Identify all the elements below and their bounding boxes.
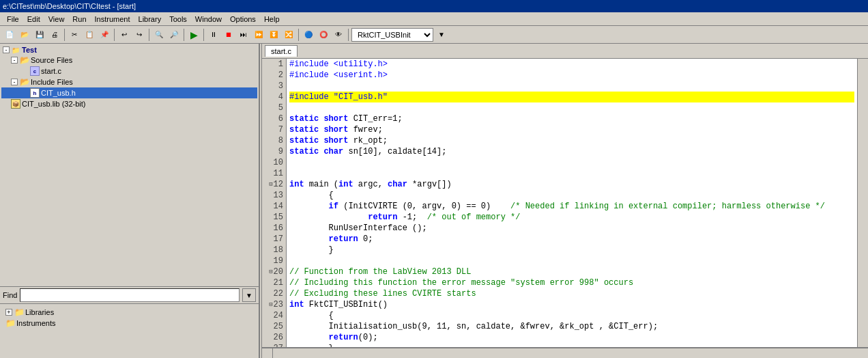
undo-button[interactable]: ↩: [117, 28, 131, 42]
code-line-12: int main (int argc, char *argv[]): [289, 179, 854, 190]
step-btn[interactable]: ⏭: [237, 28, 250, 42]
code-line-26: return(0);: [289, 332, 854, 343]
menu-help[interactable]: Help: [260, 14, 284, 25]
sep7: [348, 29, 349, 41]
code-line-20: // Function from the LabView 2013 DLL: [289, 266, 854, 277]
menu-edit[interactable]: Edit: [23, 14, 44, 25]
menu-instrument[interactable]: Instrument: [91, 14, 134, 25]
tree-source-files[interactable]: - Source Files: [1, 55, 257, 66]
bp2-btn[interactable]: ⭕: [317, 28, 330, 42]
bottom-tree: + Libraries Instruments: [3, 305, 256, 330]
ln-21: 21: [265, 277, 283, 288]
ln-13: 13: [265, 190, 283, 201]
ln-3: 3: [265, 81, 283, 92]
open-button[interactable]: 📂: [18, 28, 31, 42]
instruments-label: Instruments: [16, 319, 55, 327]
code-line-6: static short CIT_err=1;: [289, 113, 854, 124]
menu-library[interactable]: Library: [134, 14, 166, 25]
left-bottom: + Libraries Instruments: [0, 303, 259, 358]
tab-start-c[interactable]: start.c: [265, 45, 298, 57]
file-lib-icon: 📦: [11, 99, 20, 109]
source-folder-icon: [20, 55, 29, 65]
ln-18: 18: [265, 245, 283, 256]
watch-btn[interactable]: 👁: [332, 28, 345, 42]
ln-24: 24: [265, 310, 283, 321]
find-input[interactable]: [20, 288, 240, 302]
ln-11: 11: [265, 168, 283, 179]
code-line-22: // Excluding these lines CVIRTE starts: [289, 288, 854, 299]
tree-libraries[interactable]: + Libraries: [4, 307, 255, 318]
find-options-btn[interactable]: ▼: [242, 288, 256, 302]
expand-libraries[interactable]: +: [5, 309, 12, 316]
code-line-19: [289, 256, 854, 266]
code-line-13: {: [289, 190, 854, 201]
step2-btn[interactable]: ⏩: [252, 28, 265, 42]
tree-instruments[interactable]: Instruments: [4, 318, 255, 329]
menu-bar: File Edit View Run Instrument Library To…: [0, 12, 868, 26]
tree-root[interactable]: - 📁 Test: [1, 45, 257, 55]
start-c-label: start.c: [41, 67, 61, 75]
new-button[interactable]: 📄: [3, 28, 16, 42]
ln-9: 9: [265, 146, 283, 157]
code-line-2: #include <userint.h>: [289, 70, 854, 81]
ln-23: ⊟23: [265, 299, 283, 310]
ln-10: 10: [265, 157, 283, 168]
function-dropdown[interactable]: RktCIT_USBInit: [351, 28, 433, 42]
redo-button[interactable]: ↪: [132, 28, 146, 42]
project-tree: - 📁 Test - Source Files c start.c - Incl…: [0, 44, 259, 286]
include-files-label: Include Files: [31, 78, 73, 86]
code-line-5: [289, 102, 854, 113]
copy-button[interactable]: 📋: [83, 28, 96, 42]
code-line-1: #include <utility.h>: [289, 59, 854, 70]
ln-15: 15: [265, 212, 283, 223]
file-c-icon: c: [30, 66, 40, 76]
menu-run[interactable]: Run: [68, 14, 90, 25]
menu-options[interactable]: Options: [226, 14, 260, 25]
step4-btn[interactable]: 🔀: [282, 28, 295, 42]
menu-window[interactable]: Window: [191, 14, 226, 25]
editor-scrollbar-h[interactable]: [273, 348, 868, 358]
ln-6: 6: [265, 113, 283, 124]
code-line-17: return 0;: [289, 234, 854, 245]
menu-file[interactable]: File: [3, 14, 23, 25]
expand-source[interactable]: -: [11, 57, 18, 64]
code-line-14: if (InitCVIRTE (0, argv, 0) == 0) /* Nee…: [289, 201, 854, 212]
code-line-25: Initialisation_usb(9, 11, sn, caldate, &…: [289, 321, 854, 332]
step3-btn[interactable]: ⏬: [267, 28, 280, 42]
pause-btn[interactable]: ⏸: [207, 28, 220, 42]
code-editor[interactable]: 1 2 3 4 5 6 7 8 9 10 11 ⊟12 13 14 15 16 …: [262, 59, 868, 347]
tree-include-files[interactable]: - Include Files: [1, 77, 257, 87]
save-button[interactable]: 💾: [33, 28, 46, 42]
editor-scrollbar-v[interactable]: [857, 59, 868, 347]
title-text: e:\CITest\mb\Desktop\CIT\CItest - [start…: [3, 2, 136, 10]
code-line-16: RunUserInterface ();: [289, 223, 854, 234]
left-scrollbar: [262, 348, 273, 358]
expand-root[interactable]: -: [3, 46, 10, 53]
paste-button[interactable]: 📌: [98, 28, 111, 42]
code-line-9: static char sn[10], caldate[14];: [289, 146, 854, 157]
expand-include[interactable]: -: [11, 79, 18, 85]
menu-tools[interactable]: Tools: [165, 14, 191, 25]
code-content[interactable]: #include <utility.h> #include <userint.h…: [287, 59, 857, 347]
menu-view[interactable]: View: [44, 14, 69, 25]
sep3: [149, 29, 149, 41]
sep2: [114, 29, 115, 41]
ln-4: 4: [265, 92, 283, 102]
tree-cit-usb-h[interactable]: h CIT_usb.h: [1, 87, 257, 98]
find-button[interactable]: 🔍: [152, 28, 166, 42]
code-line-15: return -1; /* out of memory */: [289, 212, 854, 223]
file-h-icon: h: [30, 88, 40, 98]
line-numbers: 1 2 3 4 5 6 7 8 9 10 11 ⊟12 13 14 15 16 …: [262, 59, 287, 347]
bp-btn[interactable]: 🔵: [302, 28, 315, 42]
root-icon: 📁: [12, 46, 20, 54]
cut-button[interactable]: ✂: [68, 28, 81, 42]
run-button[interactable]: ▶: [187, 28, 201, 42]
ln-14: 14: [265, 201, 283, 212]
zoom-button[interactable]: 🔎: [167, 28, 181, 42]
tree-cit-lib[interactable]: 📦 CIT_usb.lib (32-bit): [1, 98, 257, 109]
source-files-label: Source Files: [31, 56, 72, 64]
tree-start-c[interactable]: c start.c: [1, 66, 257, 77]
print-button[interactable]: 🖨: [48, 28, 61, 42]
dropdown-btn[interactable]: ▼: [435, 28, 448, 42]
stop-btn[interactable]: ⏹: [222, 28, 235, 42]
